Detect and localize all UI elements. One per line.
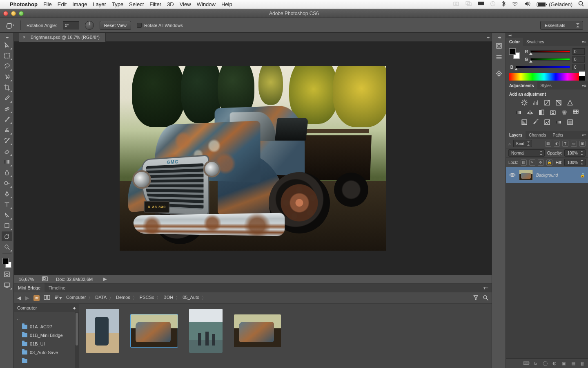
reset-view-button[interactable]: Reset View — [100, 21, 131, 30]
opacity-input[interactable]: 100% — [564, 149, 586, 157]
actions-panel-icon[interactable] — [494, 52, 504, 62]
shape-tool[interactable] — [2, 221, 12, 231]
menu-help[interactable]: Help — [221, 1, 232, 7]
toolbox-collapse[interactable]: ▸▸ — [0, 35, 13, 39]
tab-paths[interactable]: Paths — [550, 131, 567, 139]
bluetooth-icon[interactable] — [501, 1, 506, 8]
healing-brush-tool[interactable] — [2, 104, 12, 114]
channel-mixer-icon[interactable] — [561, 109, 568, 116]
lock-transparent-icon[interactable]: ▨ — [521, 159, 527, 166]
history-brush-tool[interactable] — [2, 136, 12, 146]
curves-icon[interactable] — [543, 99, 551, 106]
type-tool[interactable] — [2, 200, 12, 209]
quick-select-tool[interactable] — [2, 72, 12, 82]
menu-layer[interactable]: Layer — [93, 1, 106, 7]
filter-shape-icon[interactable]: ▭ — [571, 141, 577, 147]
bridge-breadcrumb[interactable]: Computer〉 DATA〉 Demos〉 PSCSx〉 BOH〉 05_Au… — [66, 295, 469, 301]
battery-icon[interactable]: (Geladen) — [537, 1, 572, 7]
bridge-forward-icon[interactable]: ▶ — [25, 295, 29, 301]
gradient-map-icon[interactable] — [555, 119, 562, 126]
lock-position-icon[interactable]: ✥ — [538, 159, 544, 166]
g-slider[interactable] — [530, 57, 570, 61]
exposure-icon[interactable] — [555, 99, 562, 106]
layer-filter-kind[interactable]: Kind — [513, 140, 532, 147]
adjustments-panel-menu-icon[interactable]: ▾≡ — [582, 83, 586, 88]
new-adjustment-icon[interactable]: ◐ — [551, 360, 557, 366]
delete-layer-icon[interactable]: 🗑 — [579, 360, 586, 366]
document-tab[interactable]: ×Brightness.psd @ 16,7% (RGB/8*) — [19, 33, 106, 42]
doc-info-icon[interactable] — [42, 276, 48, 282]
r-slider[interactable] — [530, 49, 570, 54]
menu-view[interactable]: View — [180, 1, 191, 7]
pen-tool[interactable] — [2, 189, 12, 199]
bridge-thumb-selected[interactable] — [131, 314, 178, 347]
foreground-background-colors[interactable] — [2, 257, 12, 269]
zoom-tool[interactable] — [2, 242, 12, 252]
blur-tool[interactable] — [2, 168, 12, 177]
blend-mode-select[interactable]: Normal — [508, 149, 545, 157]
workspace-selector[interactable]: Essentials — [540, 21, 583, 30]
filter-type-icon[interactable]: T — [562, 141, 568, 147]
layer-mask-icon[interactable]: ◯ — [542, 360, 548, 366]
lasso-tool[interactable] — [2, 61, 12, 71]
color-fgbg-swatch[interactable] — [509, 48, 520, 59]
layers-panel-menu-icon[interactable]: ▾≡ — [582, 133, 586, 137]
r-value[interactable]: 0 — [572, 48, 585, 55]
filter-adjust-icon[interactable]: ◐ — [554, 141, 560, 147]
bridge-sidebar-scrollbar[interactable] — [75, 312, 79, 368]
b-value[interactable]: 0 — [572, 64, 585, 70]
tab-styles[interactable]: Styles — [537, 81, 555, 90]
menu-filter[interactable]: Filter — [149, 1, 161, 7]
path-select-tool[interactable] — [2, 210, 12, 220]
brightness-contrast-icon[interactable] — [521, 99, 528, 106]
threshold-icon[interactable] — [543, 119, 551, 126]
layer-thumbnail[interactable] — [519, 170, 533, 180]
zoom-window-icon[interactable] — [19, 11, 24, 16]
wifi-icon[interactable] — [511, 1, 519, 7]
bridge-thumb[interactable] — [189, 309, 223, 353]
bridge-panel-menu-icon[interactable]: ▾≡ — [483, 285, 488, 291]
link-layers-icon[interactable]: ⌨ — [523, 360, 529, 366]
vibrance-icon[interactable] — [566, 99, 574, 106]
bridge-side-folder[interactable]: 01B_UI — [14, 339, 75, 348]
traffic-lights[interactable] — [3, 11, 24, 16]
history-panel-icon[interactable] — [494, 41, 504, 51]
new-layer-icon[interactable]: ▤ — [570, 360, 576, 366]
layer-visibility-icon[interactable] — [509, 172, 516, 178]
bw-ramp[interactable] — [579, 72, 585, 81]
menu-image[interactable]: Image — [72, 1, 87, 7]
rotate-all-windows-checkbox[interactable] — [137, 23, 142, 28]
marquee-tool[interactable] — [2, 51, 12, 61]
fill-input[interactable]: 100% — [564, 159, 586, 166]
bridge-sort-icon[interactable]: ▾ — [54, 295, 62, 301]
bridge-side-folder[interactable] — [14, 357, 75, 365]
close-window-icon[interactable] — [3, 11, 8, 16]
rotate-view-tool[interactable] — [2, 231, 12, 241]
color-panel-menu-icon[interactable]: ▾≡ — [582, 40, 586, 44]
color-lookup-icon[interactable] — [572, 109, 579, 116]
bridge-view-icon[interactable] — [44, 295, 50, 301]
levels-icon[interactable] — [532, 99, 539, 106]
app-menu[interactable]: Photoshop — [10, 1, 38, 7]
menu-3d[interactable]: 3D — [167, 1, 174, 7]
tab-layers[interactable]: Layers — [506, 131, 526, 139]
zoom-level[interactable]: 16,67% — [19, 277, 34, 282]
minimize-window-icon[interactable] — [11, 11, 16, 16]
display-icon[interactable] — [478, 1, 484, 7]
filter-pixel-icon[interactable]: ▦ — [545, 141, 551, 147]
menu-type[interactable]: Type — [112, 1, 123, 7]
lock-all-icon[interactable]: 🔒 — [546, 159, 552, 166]
menu-edit[interactable]: Edit — [58, 1, 67, 7]
eyedropper-tool[interactable] — [2, 93, 12, 103]
spotlight-icon[interactable] — [578, 1, 584, 8]
filter-smart-icon[interactable]: ▣ — [579, 141, 586, 147]
menu-file[interactable]: File — [43, 1, 52, 7]
black-white-icon[interactable] — [538, 109, 545, 116]
current-tool-icon[interactable]: ▾ — [5, 20, 15, 30]
bridge-sidebar-header[interactable]: Computer◆ — [14, 304, 79, 312]
document-canvas[interactable]: D 33 330 — [120, 66, 386, 251]
bridge-side-up[interactable]: .. — [14, 314, 75, 322]
volume-icon[interactable] — [524, 1, 531, 7]
bridge-thumb[interactable] — [86, 309, 119, 353]
layer-row-background[interactable]: Background 🔒 — [506, 167, 588, 183]
